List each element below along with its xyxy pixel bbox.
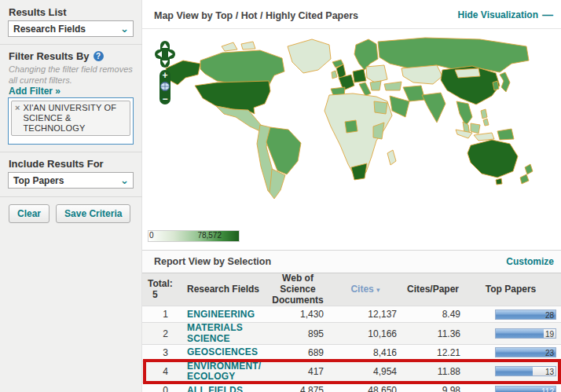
map-pan-control[interactable] xyxy=(155,41,175,68)
top-papers-value: 19 xyxy=(545,329,554,339)
add-filter-link[interactable]: Add Filter » xyxy=(9,86,60,97)
map-region-ireland xyxy=(332,71,337,79)
help-icon[interactable]: ? xyxy=(94,51,104,61)
filter-results-by-row: Filter Results By ? xyxy=(9,50,104,62)
map-region-kazakhstan-central-asia xyxy=(402,65,442,84)
field-link[interactable]: MATERIALS SCIENCE xyxy=(187,322,243,343)
include-results-dropdown[interactable]: Top Papers ⌄ xyxy=(8,172,134,189)
map-region-russia xyxy=(378,38,529,72)
field-link[interactable]: ENGINEERING xyxy=(187,309,255,320)
cites-cell: 10,166 xyxy=(329,328,402,339)
documents-cell: 417 xyxy=(266,366,329,377)
rank-cell: 1 xyxy=(142,309,180,320)
map-region-australia xyxy=(468,140,518,178)
active-filters-box: × XI'AN UNIVERSITY OF SCIENCE & TECHNOLO… xyxy=(8,97,134,145)
map-region-nigeria xyxy=(345,120,358,133)
map-region-argentina xyxy=(270,169,285,199)
top-papers-value: 13 xyxy=(545,367,554,377)
map-region-scandinavia xyxy=(354,39,378,70)
legend-min-value: 0 xyxy=(149,231,154,240)
sort-arrow-icon: ▾ xyxy=(376,286,380,294)
rank-cell: 3 xyxy=(142,347,180,358)
world-map-visualization[interactable]: + − xyxy=(142,29,561,228)
world-map-svg: + − xyxy=(142,29,561,228)
cites-cell: 8,416 xyxy=(329,347,402,358)
documents-cell: 1,430 xyxy=(266,309,329,320)
collapse-icon: — xyxy=(542,11,553,19)
table-row: 2 MATERIALS SCIENCE 895 10,166 11.36 19 xyxy=(142,323,561,344)
sidebar: Results List Research Fields ⌄ Filter Re… xyxy=(0,0,142,392)
top-papers-bar: 23 xyxy=(495,347,556,357)
column-header-cites[interactable]: Cites ▾ xyxy=(329,284,402,295)
main-panel: Map View by Top / Hot / Highly Cited Pap… xyxy=(142,0,561,392)
column-header-top-papers: Top Papers xyxy=(464,284,557,295)
legend-max-value: 78,572 xyxy=(197,231,222,240)
top-papers-bar: 13 xyxy=(495,366,556,376)
map-region-germany xyxy=(353,69,366,82)
map-region-tasmania xyxy=(496,178,502,185)
map-region-alaska xyxy=(166,60,200,85)
results-list-dropdown[interactable]: Research Fields ⌄ xyxy=(8,20,134,37)
top-papers-bar: 28 xyxy=(495,310,556,320)
total-cell: Total: 5 xyxy=(142,279,180,301)
remove-filter-icon[interactable]: × xyxy=(15,103,20,113)
map-region-north-america xyxy=(166,39,343,131)
filter-tag-label: XI'AN UNIVERSITY OF SCIENCE & TECHNOLOGY xyxy=(23,103,126,134)
chevron-down-icon: ⌄ xyxy=(120,25,133,33)
map-region-eastern-europe xyxy=(366,65,387,82)
filter-note-text: Changing the filter field removes all cu… xyxy=(9,64,133,86)
map-region-korea xyxy=(493,81,499,90)
esi-application-window: Results List Research Fields ⌄ Filter Re… xyxy=(0,0,561,392)
filter-tag[interactable]: × XI'AN UNIVERSITY OF SCIENCE & TECHNOLO… xyxy=(11,101,130,136)
include-results-for-label: Include Results For xyxy=(9,158,104,170)
map-region-mongolia xyxy=(455,68,480,78)
map-region-iran xyxy=(403,86,425,101)
documents-cell: 895 xyxy=(266,328,329,339)
map-region-asia xyxy=(378,38,529,141)
map-view-header: Map View by Top / Hot / Highly Cited Pap… xyxy=(142,0,561,29)
table-row: 1 ENGINEERING 1,430 12,137 8.49 28 xyxy=(142,306,561,323)
top-papers-value: 23 xyxy=(545,348,554,358)
map-region-arctic-islands xyxy=(222,42,255,51)
field-link[interactable]: ALL FIELDS xyxy=(187,385,243,392)
zoom-in-icon[interactable]: + xyxy=(162,70,167,81)
clear-button[interactable]: Clear xyxy=(9,204,50,223)
cites-per-paper-cell: 9.98 xyxy=(402,385,464,392)
cites-per-paper-cell: 11.36 xyxy=(402,328,464,339)
results-list-label: Results List xyxy=(9,6,67,18)
map-region-borneo xyxy=(471,123,480,134)
sidebar-divider xyxy=(0,196,142,197)
top-papers-value: 28 xyxy=(545,310,554,321)
map-region-madagascar xyxy=(387,150,396,165)
cites-per-paper-cell: 8.49 xyxy=(402,309,464,320)
map-region-japan xyxy=(500,72,510,92)
cites-cell: 12,137 xyxy=(329,309,402,320)
chevron-down-icon: ⌄ xyxy=(120,177,133,185)
zoom-out-icon[interactable]: − xyxy=(162,93,167,104)
rank-cell: 4 xyxy=(142,366,180,377)
customize-link[interactable]: Customize xyxy=(506,256,554,267)
field-link[interactable]: GEOSCIENCES xyxy=(187,346,258,357)
table-row-highlighted: 4 ENVIRONMENT/ECOLOGY 417 4,954 11.88 13 xyxy=(142,361,561,383)
rank-cell: 2 xyxy=(142,328,180,339)
rank-cell: 0 xyxy=(142,385,180,392)
top-papers-bar-fill xyxy=(496,329,544,338)
map-region-india xyxy=(422,93,446,123)
report-view-title: Report View by Selection xyxy=(154,256,271,267)
cites-per-paper-cell: 12.21 xyxy=(402,347,464,358)
map-zoom-control[interactable]: + − xyxy=(160,70,170,104)
map-region-southeast-asia xyxy=(456,101,472,126)
map-region-balkans xyxy=(370,81,381,90)
save-criteria-button[interactable]: Save Criteria xyxy=(56,204,130,223)
top-papers-bar: 112 xyxy=(495,386,556,392)
map-region-greenland xyxy=(288,39,331,73)
top-papers-bar: 19 xyxy=(495,328,556,339)
hide-visualization-link[interactable]: Hide Visualization — xyxy=(458,9,553,20)
report-view-header: Report View by Selection Customize xyxy=(142,251,561,273)
map-region-saudi-arabia xyxy=(390,96,409,117)
map-region-africa xyxy=(324,93,396,180)
field-link[interactable]: ENVIRONMENT/ECOLOGY xyxy=(187,361,261,382)
cites-cell: 48,650 xyxy=(329,385,402,392)
table-row: 0 ALL FIELDS 4,875 48,650 9.98 112 xyxy=(142,383,561,392)
hide-visualization-label: Hide Visualization xyxy=(458,9,538,20)
